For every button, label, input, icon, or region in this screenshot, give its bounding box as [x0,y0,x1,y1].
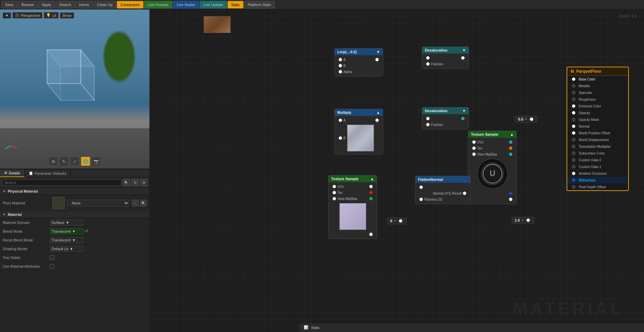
material-pin-ao[interactable]: Ambient Occlusion [567,170,628,177]
desat2-in-dot[interactable] [426,117,430,120]
lerp-pin-alpha-dot[interactable] [339,70,342,73]
platform-stats-button[interactable]: Platform Stats [244,1,275,8]
ts2-tex-out[interactable] [369,191,373,194]
ts1-tex-out[interactable] [509,146,512,150]
material-output-node[interactable]: M_ParquetFloor Base Color Metallic Specu… [567,67,629,191]
value-15-dropdown-icon[interactable]: ▼ [521,219,524,222]
material-pin-opacity-mask[interactable]: Opacity Mask [567,116,628,123]
emissive-pin-dot[interactable] [572,104,575,108]
pixel-depth-pin-dot[interactable] [572,185,575,189]
desat2-fraction-dot[interactable] [426,123,430,126]
material-section[interactable]: ▼ Material [0,211,149,218]
ts1-tex-dot[interactable] [472,146,476,150]
value-05-out-pin[interactable] [530,118,533,121]
shading-model-select[interactable]: Default Lit ▼ [50,246,83,252]
apply-button[interactable]: Apply [38,1,55,8]
desat2-out-dot[interactable] [461,117,465,120]
lerp-node[interactable]: Lerp(…0.5) ▼ A B Alpha [334,48,383,76]
value-0-out-pin[interactable] [399,219,402,223]
refraction-pin-dot[interactable] [572,178,575,182]
lit-dropdown[interactable]: 💡 Lit [44,12,59,19]
ts2-mip-dot[interactable] [333,197,336,200]
cleanup-button[interactable]: Clean Up [94,1,116,8]
viewport-tool-camera[interactable]: 📷 [92,157,101,166]
ts1-mip-out[interactable] [509,153,512,156]
value-05-dropdown-icon[interactable]: ▼ [524,118,527,121]
desat1-out-dot[interactable] [461,56,465,60]
material-pin-normal[interactable]: Normal [567,123,628,130]
value-node-05[interactable]: 0.5 ▼ [515,116,538,123]
ts2-mip-out[interactable] [369,197,373,200]
settings-button[interactable]: ⚙ [140,179,147,186]
custom0-pin-dot[interactable] [572,158,575,162]
multiply-expand-icon[interactable]: ▲ [376,110,380,114]
roughness-pin-dot[interactable] [572,98,575,101]
ts2-tex-dot[interactable] [333,191,336,194]
physical-material-section[interactable]: ▼ Physical Material [0,188,149,195]
phys-material-select[interactable]: None [67,200,129,206]
opacity-mask-pin-dot[interactable] [572,118,575,121]
material-pin-opacity[interactable]: Opacity [567,109,628,116]
desaturation1-node[interactable]: Desaturation ▼ Fraction [422,46,469,69]
search-input[interactable] [2,179,121,186]
viewport-mode-dropdown[interactable]: ▼ [3,12,11,19]
ts2-uvs-out[interactable] [369,185,373,188]
normal-pin-dot[interactable] [572,125,575,128]
ts1-uvs-out[interactable] [509,140,512,144]
lerp-node-header[interactable]: Lerp(…0.5) ▼ [335,48,383,55]
custom1-pin-dot[interactable] [572,165,575,168]
wpo-pin-dot[interactable] [572,131,575,135]
desaturation2-node[interactable]: Desaturation ▼ Fraction [422,107,469,129]
decal-blend-mode-select[interactable]: Translucent ▼ [50,237,83,243]
desat1-expand-icon[interactable]: ▼ [462,48,466,52]
multiply-node-header[interactable]: Multiply ▲ [335,109,383,116]
ts1-extra-out1[interactable] [509,192,512,195]
save-button[interactable]: Save [1,1,17,8]
multiply-node[interactable]: Multiply ▲ A B [334,109,383,155]
world-disp-pin-dot[interactable] [572,138,575,141]
stats-button[interactable]: Stats [228,1,243,8]
connectors-button[interactable]: Connectors [117,1,143,8]
material-pin-pixel-depth[interactable]: Pixel Depth Offset [567,184,628,190]
show-dropdown[interactable]: Show [60,12,74,19]
ts1-extra-out2[interactable] [509,198,512,201]
fn-in-dot[interactable] [419,186,423,189]
material-pin-subsurface[interactable]: Subsurface Color [567,150,628,157]
material-pin-refraction[interactable]: Refraction [567,177,628,184]
lerp-pin-b-dot[interactable] [339,64,342,67]
phys-search-icon[interactable]: 🔍 [140,200,147,206]
blend-mode-select[interactable]: Translucent ▼ [50,228,83,234]
multiply-pin-b-dot[interactable] [339,136,342,140]
material-pin-tessellation[interactable]: Tessellation Multiplier [567,143,628,150]
ts2-extra-out1[interactable] [369,233,373,236]
desaturation1-node-header[interactable]: Desaturation ▼ [422,47,469,54]
viewport-tool-rotate[interactable]: ↻ [59,157,69,166]
ts2-uvs-dot[interactable] [333,185,336,188]
blend-mode-refresh-icon[interactable]: ↺ [85,229,88,233]
flatten-normal-node[interactable]: FlattenNormal Normal (V3) Result Flatnes… [415,176,471,204]
texture-sample2-collapse-icon[interactable]: ▲ [370,177,374,181]
lerp-expand-icon[interactable]: ▼ [376,50,380,54]
texture-sample1-header[interactable]: Texture Sample ▲ [468,131,516,138]
multiply-pin-a-dot[interactable] [339,119,342,122]
desat2-expand-icon[interactable]: ▼ [462,109,466,113]
specular-pin-dot[interactable] [572,91,575,94]
material-domain-select[interactable]: Surface ▼ [50,220,83,226]
viewport-tool-scale[interactable]: ⤢ [70,157,79,166]
desaturation2-node-header[interactable]: Desaturation ▼ [422,107,469,114]
node-graph[interactable]: Zoom 1:1 [150,9,644,332]
material-pin-custom0[interactable]: Custom Data 0 [567,157,628,163]
base-color-pin-dot[interactable] [572,77,575,81]
live-preview-button[interactable]: Live Preview [144,1,172,8]
use-material-attributes-checkbox[interactable] [50,264,55,269]
tab-parameter-defaults[interactable]: 📋 Parameter Defaults [25,169,71,177]
tab-details[interactable]: ⚙ Details [0,169,25,177]
material-pin-specular[interactable]: Specular [567,89,628,96]
browse-button[interactable]: Browse [18,1,38,8]
texture-sample2-header[interactable]: Texture Sample ▲ [329,175,377,182]
fn-flatness-dot[interactable] [419,198,423,201]
ts1-uvs-dot[interactable] [472,140,476,144]
material-pin-emissive[interactable]: Emissive Color [567,103,628,109]
fn-normal-out-dot[interactable] [463,192,466,195]
material-pin-metallic[interactable]: Metallic [567,82,628,89]
